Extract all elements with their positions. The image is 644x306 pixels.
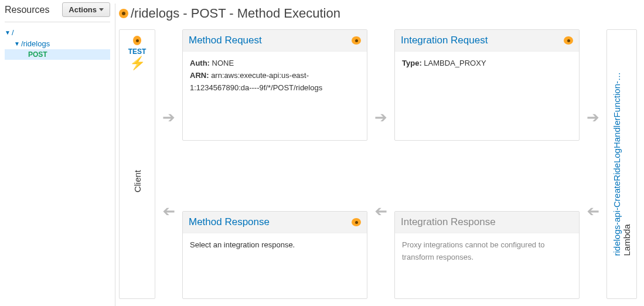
method-response-title[interactable]: Method Response [189, 216, 270, 228]
tree-method[interactable]: POST [5, 49, 110, 60]
integration-column: Integration Request Type: LAMBDA_PROXY I… [394, 29, 580, 299]
method-request-title[interactable]: Method Request [189, 35, 262, 46]
resource-tree: ▼ / ▼ /ridelogs POST [5, 27, 110, 60]
type-row: Type: LAMBDA_PROXY [402, 57, 572, 70]
auth-label: Auth: [190, 59, 210, 67]
auth-row: Auth: NONE [190, 57, 360, 70]
arrow-left-icon: ➔ [587, 203, 599, 219]
arn-row: ARN: arn:aws:execute-api:us-east-1:12345… [190, 70, 360, 94]
caret-down-icon: ▼ [5, 29, 12, 36]
actions-button[interactable]: Actions [62, 2, 110, 17]
page-title: /ridelogs - POST - Method Execution [119, 6, 637, 21]
divider [5, 22, 110, 22]
integration-response-card: Integration Response Proxy integrations … [394, 211, 580, 299]
actions-label: Actions [69, 5, 97, 14]
caret-down-icon [99, 8, 104, 11]
arrow-column: ➔ ➔ [584, 29, 602, 299]
tree-resource-label: /ridelogs [21, 39, 50, 48]
arrow-right-icon: ➔ [587, 110, 599, 125]
method-column: Method Request Auth: NONE ARN: arn:aws:e… [182, 29, 367, 299]
tree-root[interactable]: ▼ / [5, 27, 110, 38]
status-dot-icon [352, 218, 361, 226]
integration-response-title: Integration Response [401, 216, 496, 228]
status-dot-icon [352, 36, 361, 45]
execution-flow: TEST ⚡ Client ➔ ➔ Method Request [119, 29, 637, 299]
lambda-function-link[interactable]: ridelogs-api-CreateRideLogHandlerFunctio… [612, 72, 622, 256]
test-link[interactable]: TEST [128, 47, 146, 56]
lambda-prefix: Lambda [622, 72, 632, 256]
resources-sidebar: Resources Actions ▼ / ▼ /ridelogs POST [0, 0, 115, 306]
bolt-icon: ⚡ [130, 57, 145, 70]
type-value: LAMBDA_PROXY [424, 59, 486, 67]
arn-label: ARN: [190, 71, 209, 80]
page-title-text: /ridelogs - POST - Method Execution [131, 6, 340, 21]
arrow-left-icon: ➔ [374, 203, 387, 219]
auth-value: NONE [212, 59, 234, 67]
caret-down-icon: ▼ [14, 40, 21, 47]
resources-title: Resources [5, 5, 49, 15]
arn-value: arn:aws:execute-api:us-east-1:1234567890… [190, 71, 322, 92]
integration-response-body: Proxy integrations cannot be configured … [395, 233, 579, 270]
status-dot-icon [133, 36, 141, 45]
arrow-right-icon: ➔ [162, 110, 175, 125]
tree-method-label: POST [28, 50, 47, 59]
tree-resource[interactable]: ▼ /ridelogs [5, 38, 110, 49]
status-dot-icon [119, 9, 128, 18]
tree-root-label: / [12, 28, 14, 37]
integration-request-card[interactable]: Integration Request Type: LAMBDA_PROXY [394, 29, 580, 141]
main-panel: /ridelogs - POST - Method Execution TEST… [115, 0, 644, 306]
client-column[interactable]: TEST ⚡ Client [119, 29, 155, 299]
arrow-column: ➔ ➔ [372, 29, 390, 299]
status-dot-icon [564, 36, 573, 45]
method-response-body: Select an integration response. [183, 233, 367, 257]
arrow-left-icon: ➔ [162, 203, 175, 219]
integration-request-title[interactable]: Integration Request [401, 35, 488, 46]
type-label: Type: [402, 59, 422, 67]
arrow-right-icon: ➔ [374, 110, 387, 125]
method-request-card[interactable]: Method Request Auth: NONE ARN: arn:aws:e… [182, 29, 367, 141]
arrow-column: ➔ ➔ [160, 29, 178, 299]
lambda-column[interactable]: ridelogs-api-CreateRideLogHandlerFunctio… [606, 29, 637, 299]
method-response-card[interactable]: Method Response Select an integration re… [182, 211, 367, 299]
client-label: Client [132, 170, 142, 192]
